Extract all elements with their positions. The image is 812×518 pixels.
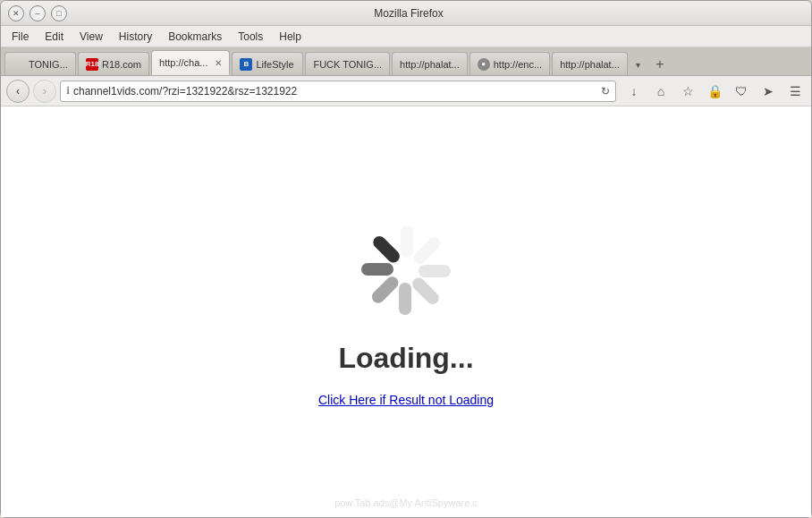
tab-5[interactable]: FUCK TONIG... <box>305 52 390 75</box>
menu-history[interactable]: History <box>112 29 159 45</box>
loading-text: Loading... <box>338 342 473 375</box>
watermark-text: pow.Tab.ads@My AntiSpyware.c <box>334 497 478 508</box>
toolbar-icons: ↓ ⌂ ☆ 🔒 🛡 ➤ ☰ <box>623 81 806 102</box>
tab-7[interactable]: ● http://enc... <box>469 52 550 75</box>
svg-rect-4 <box>399 283 411 315</box>
address-bar: ‹ › ℹ ↻ ↓ ⌂ ☆ 🔒 🛡 ➤ ☰ <box>1 76 811 106</box>
location-bar: ℹ ↻ <box>60 81 616 102</box>
shield-icon[interactable]: 🛡 <box>731 81 752 102</box>
loading-fallback-link[interactable]: Click Here if Result not Loading <box>318 393 494 407</box>
tab-6[interactable]: http://phalat... <box>392 52 468 75</box>
menu-help[interactable]: Help <box>272 29 309 45</box>
tab-1-label: TONIG... <box>29 59 68 70</box>
menu-bar: File Edit View History Bookmarks Tools H… <box>1 26 811 47</box>
tab-4-label: LifeStyle <box>256 59 293 70</box>
tab-bar: TONIG... R18 R18.com http://cha... ✕ B L… <box>1 47 811 76</box>
tab-2[interactable]: R18 R18.com <box>78 52 149 75</box>
reload-icon[interactable]: ↻ <box>601 85 610 98</box>
lock-icon[interactable]: 🔒 <box>704 81 725 102</box>
menu-file[interactable]: File <box>4 29 36 45</box>
tab-7-label: http://enc... <box>494 59 542 70</box>
loading-spinner <box>352 217 460 324</box>
tab-3[interactable]: http://cha... ✕ <box>151 50 230 75</box>
tab-1[interactable]: TONIG... <box>4 52 76 75</box>
back-icon: ‹ <box>16 85 20 98</box>
menu-edit[interactable]: Edit <box>38 29 71 45</box>
svg-rect-0 <box>401 225 413 258</box>
menu-tools[interactable]: Tools <box>231 29 270 45</box>
tab-6-label: http://phalat... <box>400 59 460 70</box>
tab-2-label: R18.com <box>102 59 141 70</box>
tab-4[interactable]: B LifeStyle <box>232 52 303 75</box>
tab-1-favicon <box>13 58 25 71</box>
star-icon[interactable]: ☆ <box>677 81 698 102</box>
svg-rect-7 <box>370 234 402 265</box>
tab-5-label: FUCK TONIG... <box>313 59 382 70</box>
close-button[interactable]: ✕ <box>8 5 24 21</box>
tab-8[interactable]: http://phalat... <box>552 52 628 75</box>
tab-3-close[interactable]: ✕ <box>215 58 222 68</box>
svg-rect-2 <box>419 265 451 277</box>
svg-rect-6 <box>361 263 393 276</box>
url-input[interactable] <box>73 85 597 98</box>
svg-rect-1 <box>411 234 443 266</box>
tab-3-label: http://cha... <box>159 57 207 68</box>
menu-view[interactable]: View <box>72 29 110 45</box>
minimize-button[interactable]: – <box>30 5 46 21</box>
maximize-button[interactable]: □ <box>51 5 67 21</box>
forward-button[interactable]: › <box>33 80 56 103</box>
tab-2-favicon: R18 <box>86 58 98 71</box>
svg-rect-3 <box>410 276 441 307</box>
menu-icon[interactable]: ☰ <box>784 81 806 102</box>
back-button[interactable]: ‹ <box>6 80 30 103</box>
svg-rect-5 <box>369 274 401 305</box>
download-icon[interactable]: ↓ <box>623 81 645 102</box>
browser-window: ✕ – □ Mozilla Firefox File Edit View His… <box>0 0 812 518</box>
page-content: Loading... Click Here if Result not Load… <box>1 106 811 517</box>
loading-container: Loading... Click Here if Result not Load… <box>318 217 494 407</box>
forward-icon: › <box>43 85 47 98</box>
title-bar: ✕ – □ Mozilla Firefox <box>1 1 811 26</box>
home-icon[interactable]: ⌂ <box>650 81 672 102</box>
tab-7-favicon: ● <box>478 58 490 71</box>
menu-bookmarks[interactable]: Bookmarks <box>161 29 229 45</box>
tab-4-favicon: B <box>240 58 252 71</box>
info-icon: ℹ <box>66 85 70 97</box>
share-icon[interactable]: ➤ <box>757 81 779 102</box>
tab-dropdown-button[interactable]: ▾ <box>630 54 647 75</box>
window-title: Mozilla Firefox <box>67 7 750 20</box>
tab-8-label: http://phalat... <box>560 59 620 70</box>
title-bar-controls: ✕ – □ <box>8 5 67 21</box>
new-tab-button[interactable]: + <box>649 54 671 75</box>
